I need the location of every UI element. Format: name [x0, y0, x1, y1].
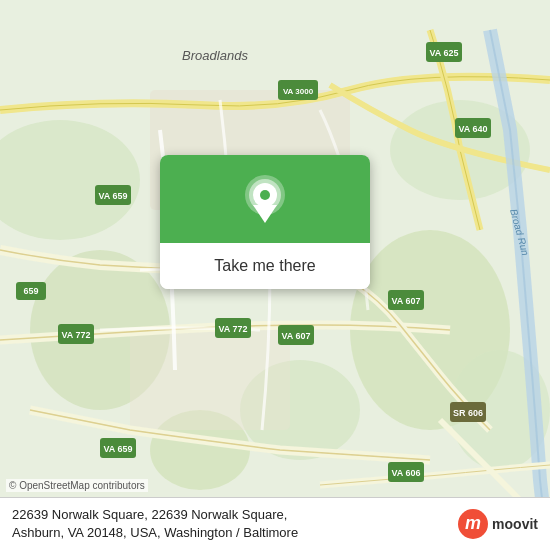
osm-attribution: © OpenStreetMap contributors — [6, 479, 148, 492]
take-me-there-button[interactable]: Take me there — [160, 243, 370, 289]
moovit-logo: m moovit — [458, 509, 538, 539]
location-pin-icon — [243, 175, 287, 227]
svg-marker-40 — [253, 205, 277, 223]
bottom-bar: 22639 Norwalk Square, 22639 Norwalk Squa… — [0, 497, 550, 550]
svg-text:Broadlands: Broadlands — [182, 48, 248, 63]
moovit-icon: m — [458, 509, 488, 539]
svg-text:VA 3000: VA 3000 — [283, 87, 314, 96]
svg-text:VA 659: VA 659 — [98, 191, 127, 201]
svg-text:VA 607: VA 607 — [281, 331, 310, 341]
svg-text:VA 606: VA 606 — [391, 468, 420, 478]
svg-text:VA 640: VA 640 — [458, 124, 487, 134]
svg-text:659: 659 — [23, 286, 38, 296]
address-text: 22639 Norwalk Square, 22639 Norwalk Squa… — [12, 506, 448, 542]
svg-text:SR 606: SR 606 — [453, 408, 483, 418]
popup-header — [160, 155, 370, 243]
svg-text:VA 659: VA 659 — [103, 444, 132, 454]
svg-text:VA 625: VA 625 — [429, 48, 458, 58]
svg-point-39 — [260, 190, 270, 200]
svg-text:VA 772: VA 772 — [61, 330, 90, 340]
take-me-there-popup: Take me there — [160, 155, 370, 289]
svg-text:VA 772: VA 772 — [218, 324, 247, 334]
map-container: VA 659 659 VA 659 VA 625 VA 640 VA 607 V… — [0, 0, 550, 550]
moovit-brand-name: moovit — [492, 516, 538, 532]
svg-text:VA 607: VA 607 — [391, 296, 420, 306]
